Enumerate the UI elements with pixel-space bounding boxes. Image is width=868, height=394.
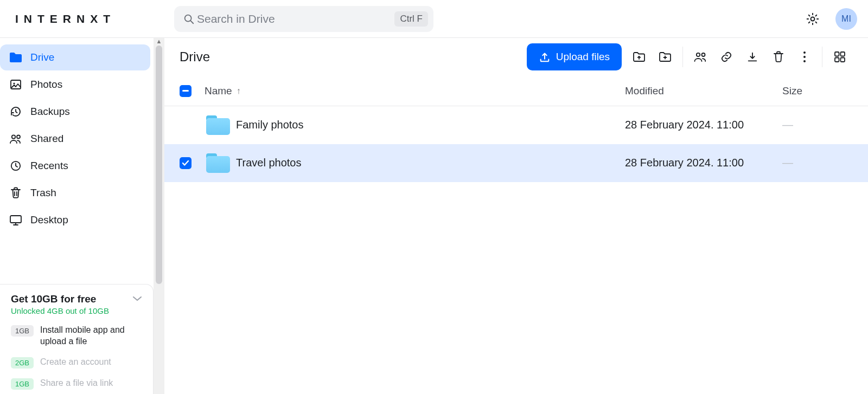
svg-rect-14 (835, 52, 839, 56)
row-name: Family photos (236, 119, 625, 131)
sidebar-scrollbar[interactable]: ▲ (154, 38, 164, 394)
sidebar-item-label: Drive (30, 51, 54, 63)
link-icon (720, 50, 733, 63)
scroll-up-icon: ▲ (154, 38, 164, 44)
users-icon (9, 132, 23, 146)
sidebar-item-label: Trash (30, 187, 56, 199)
scroll-thumb[interactable] (156, 46, 162, 284)
share-users-button[interactable] (687, 44, 713, 70)
upload-files-button[interactable]: Upload files (527, 43, 622, 70)
svg-rect-17 (841, 58, 845, 62)
svg-point-9 (697, 53, 700, 56)
sidebar-item-label: Shared (30, 133, 63, 145)
table-row[interactable]: Family photos 28 February 2024. 11:00 — (164, 106, 868, 144)
row-size: — (782, 119, 853, 131)
toolbar-divider (822, 47, 822, 67)
download-button[interactable] (739, 44, 765, 70)
toolbar-divider (682, 47, 683, 67)
svg-point-11 (803, 51, 806, 54)
svg-point-2 (811, 17, 815, 21)
sidebar-item-drive[interactable]: Drive (0, 44, 150, 70)
folder-icon (206, 115, 230, 135)
sidebar-item-recents[interactable]: Recents (0, 153, 150, 179)
new-folder-button[interactable] (652, 44, 678, 70)
content: Drive Upload files (164, 38, 868, 394)
more-button[interactable] (792, 44, 818, 70)
trash-icon (773, 50, 784, 63)
column-header-modified[interactable]: Modified (625, 85, 782, 97)
sidebar-item-label: Desktop (30, 214, 68, 226)
download-icon (746, 51, 758, 63)
promo-task-badge: 1GB (11, 325, 34, 337)
sidebar-item-label: Recents (30, 160, 68, 172)
avatar[interactable]: MI (835, 8, 857, 30)
sidebar-item-backups[interactable]: Backups (0, 99, 150, 125)
view-grid-button[interactable] (827, 44, 853, 70)
promo-task-badge: 1GB (11, 378, 34, 390)
photo-icon (9, 77, 23, 92)
table-row[interactable]: Travel photos 28 February 2024. 11:00 — (164, 144, 868, 182)
svg-rect-3 (11, 80, 21, 89)
users-icon (693, 51, 708, 63)
select-all-checkbox[interactable] (180, 85, 192, 97)
row-checkbox[interactable] (180, 119, 192, 131)
sidebar-item-label: Photos (30, 79, 62, 91)
svg-line-1 (190, 21, 193, 23)
svg-point-5 (12, 135, 15, 138)
column-header-name[interactable]: Name ↑ (200, 85, 625, 97)
promo-task[interactable]: 1GB Install mobile app and upload a file (11, 324, 144, 347)
content-header: Drive Upload files (164, 38, 868, 76)
settings-button[interactable] (800, 6, 826, 32)
search-input[interactable] (196, 12, 394, 26)
promo-subtitle: Unlocked 4GB out of 10GB (11, 306, 109, 315)
svg-point-4 (13, 82, 15, 84)
sidebar-item-trash[interactable]: Trash (0, 180, 150, 206)
promo-task[interactable]: 2GB Create an account (11, 356, 144, 369)
row-name: Travel photos (236, 157, 625, 169)
trash-icon (9, 186, 23, 200)
upload-folder-button[interactable] (626, 44, 652, 70)
column-header-size[interactable]: Size (782, 85, 853, 97)
row-checkbox[interactable] (180, 157, 192, 169)
upload-icon (539, 51, 551, 63)
search-field[interactable]: Ctrl F (174, 6, 433, 32)
sidebar-item-photos[interactable]: Photos (0, 72, 150, 98)
brand-logo: INTERNXT (15, 12, 116, 25)
row-modified: 28 February 2024. 11:00 (625, 119, 782, 131)
search-icon (182, 12, 196, 26)
row-modified: 28 February 2024. 11:00 (625, 157, 782, 169)
folder-up-icon (632, 51, 646, 63)
folder-icon (9, 50, 23, 64)
sidebar-item-shared[interactable]: Shared (0, 126, 150, 152)
delete-button[interactable] (765, 44, 792, 70)
sidebar-item-desktop[interactable]: Desktop (0, 207, 150, 233)
promo-panel: Get 10GB for free Unlocked 4GB out of 10… (0, 284, 154, 394)
history-icon (9, 105, 23, 119)
svg-point-13 (803, 60, 806, 62)
row-size: — (782, 157, 853, 169)
chevron-down-icon[interactable] (130, 293, 144, 304)
search-wrap: Ctrl F (174, 6, 433, 32)
desktop-icon (9, 213, 23, 227)
clock-icon (9, 159, 23, 173)
check-icon (182, 160, 189, 166)
toolbar (626, 44, 853, 70)
svg-point-12 (803, 56, 806, 58)
table-header: Name ↑ Modified Size (164, 76, 868, 106)
folder-plus-icon (658, 51, 672, 63)
breadcrumb[interactable]: Drive (180, 49, 210, 64)
promo-task[interactable]: 1GB Share a file via link (11, 377, 144, 390)
svg-rect-16 (835, 58, 839, 62)
copy-link-button[interactable] (713, 44, 739, 70)
promo-title: Get 10GB for free (11, 293, 109, 305)
folder-icon (206, 153, 230, 173)
svg-rect-8 (10, 216, 21, 223)
promo-task-desc: Share a file via link (40, 377, 113, 389)
sidebar-item-label: Backups (30, 106, 70, 118)
sidebar: Drive Photos Backups Shared Recents (0, 38, 154, 394)
svg-point-6 (17, 135, 20, 139)
promo-task-badge: 2GB (11, 357, 34, 369)
topbar: INTERNXT Ctrl F MI (0, 0, 868, 38)
search-shortcut: Ctrl F (394, 11, 428, 27)
svg-point-10 (702, 53, 705, 56)
